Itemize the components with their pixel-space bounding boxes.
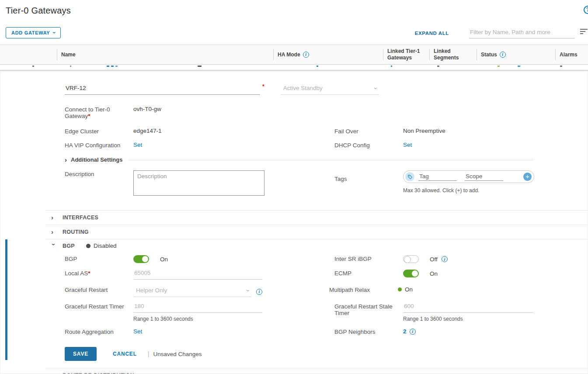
- row-fragment: [198, 66, 202, 67]
- bgp-status-badge: Disabled: [86, 242, 117, 249]
- inter-sr-label: Inter SR iBGP: [334, 255, 403, 262]
- bgp-section-active-bar: [5, 239, 7, 360]
- info-icon[interactable]: i: [410, 329, 416, 335]
- multipath-relax-label: Multipath Relax: [329, 286, 398, 293]
- name-row: * Active Standby ›: [0, 83, 588, 95]
- clipped-gateway-row: [0, 65, 588, 70]
- ha-vip-set-link[interactable]: Set: [133, 142, 142, 148]
- section-interfaces[interactable]: › INTERFACES: [46, 210, 588, 225]
- bgp-neighbors-label: BGP Neighbors: [334, 328, 403, 335]
- cancel-button[interactable]: CANCEL: [113, 351, 137, 357]
- separator: |: [148, 350, 150, 357]
- table-header: Name HA Mode i Linked Tier-1 Gateways Li…: [0, 45, 588, 65]
- tag-icon: [405, 172, 414, 181]
- gr-timer-row: Graceful Restart Timer Range 1 to 3600 s…: [0, 303, 588, 322]
- additional-settings-toggle[interactable]: › Additional Settings: [0, 156, 588, 163]
- divider: [129, 160, 533, 160]
- inter-sr-toggle[interactable]: [403, 255, 419, 263]
- info-icon[interactable]: i: [256, 289, 262, 295]
- toolbar: ADD GATEWAY › EXPAND ALL: [6, 27, 588, 38]
- filter-icon[interactable]: [580, 29, 588, 35]
- section-bgp[interactable]: › BGP Disabled: [46, 239, 588, 252]
- save-button[interactable]: SAVE: [65, 347, 97, 361]
- fail-over-value: Non Preemptive: [403, 128, 533, 134]
- tags-hint: Max 30 allowed. Click (+) to add.: [403, 187, 534, 194]
- local-as-input[interactable]: [133, 270, 262, 280]
- row-fragment: [317, 66, 318, 67]
- gr-timer-input[interactable]: [133, 303, 262, 313]
- add-gateway-label: ADD GATEWAY: [11, 30, 50, 35]
- filter-input[interactable]: [469, 28, 575, 38]
- bgp-toggle[interactable]: [133, 255, 149, 263]
- section-bgp-label: BGP: [63, 243, 75, 249]
- row-fragment: [437, 66, 439, 67]
- row-fragment: [115, 66, 118, 67]
- add-tag-button[interactable]: +: [523, 173, 532, 181]
- column-status[interactable]: Status i: [477, 45, 555, 64]
- row-fragment: [498, 66, 500, 67]
- edge-cluster-row: Edge Cluster edge147-1 Fail Over Non Pre…: [0, 128, 588, 135]
- bgp-state: On: [160, 256, 168, 263]
- route-aggregation-row: Route Aggregation Set BGP Neighbors 2 i: [0, 328, 588, 335]
- status-dot-green: [398, 287, 402, 291]
- tags-label: Tags: [334, 170, 403, 182]
- graceful-restart-row: Graceful Restart Helper Only › i Multipa…: [0, 286, 588, 297]
- row-fragment: [32, 66, 34, 67]
- info-icon[interactable]: i: [303, 52, 309, 58]
- row-fragment: [107, 66, 109, 67]
- local-as-label: Local AS*: [65, 270, 133, 277]
- row-fragment: [70, 66, 71, 67]
- route-aggregation-label: Route Aggregation: [65, 328, 133, 335]
- gr-stale-label: Graceful Restart Stale Timer: [334, 303, 403, 316]
- column-name[interactable]: Name: [57, 45, 273, 64]
- column-ha-mode[interactable]: HA Mode i: [273, 45, 383, 64]
- chevron-down-icon: ›: [51, 243, 56, 249]
- connect-value: ovh-T0-gw: [133, 106, 262, 112]
- row-fragment: [518, 66, 520, 67]
- gr-timer-label: Graceful Restart Timer: [65, 303, 133, 310]
- column-linked-tier1[interactable]: Linked Tier-1 Gateways: [383, 45, 429, 64]
- connect-row: Connect to Tier-0 Gateway* ovh-T0-gw: [0, 106, 588, 119]
- graceful-restart-select[interactable]: Helper Only ›: [133, 286, 251, 297]
- description-textarea[interactable]: [133, 170, 264, 196]
- chevron-right-icon: ›: [51, 229, 56, 235]
- edge-cluster-value: edge147-1: [133, 128, 262, 134]
- expand-all-link[interactable]: EXPAND ALL: [415, 31, 449, 36]
- row-fragment: [391, 66, 392, 67]
- chevron-down-icon: ›: [374, 87, 378, 89]
- ha-vip-row: HA VIP Configuration Set DHCP Config Set: [0, 142, 588, 149]
- info-icon[interactable]: i: [500, 52, 506, 58]
- ecmp-state: On: [430, 270, 438, 277]
- ha-mode-select[interactable]: Active Standby ›: [281, 84, 379, 95]
- tag-entry-pill: +: [403, 170, 534, 183]
- gr-stale-hint: Range 1 to 3600 seconds: [403, 316, 533, 322]
- column-alarms[interactable]: Alarms: [555, 45, 588, 64]
- connect-label: Connect to Tier-0 Gateway*: [65, 106, 133, 119]
- unsaved-changes-text: Unsaved Changes: [153, 351, 202, 357]
- gateway-name-input[interactable]: [65, 84, 260, 95]
- tag-input[interactable]: [418, 173, 457, 181]
- bgp-label: BGP: [65, 255, 133, 262]
- route-aggregation-set-link[interactable]: Set: [133, 328, 142, 335]
- bgp-neighbors-link[interactable]: 2: [403, 328, 407, 335]
- gr-timer-hint: Range 1 to 3600 seconds: [133, 316, 262, 322]
- gr-stale-input[interactable]: [403, 303, 533, 313]
- page-title: Tier-0 Gateways: [0, 0, 588, 16]
- ha-vip-label: HA VIP Configuration: [65, 142, 133, 149]
- local-as-row: Local AS* ECMP On: [0, 270, 588, 280]
- bgp-status-text: Disabled: [94, 242, 117, 249]
- required-asterisk: *: [262, 83, 264, 90]
- dhcp-set-link[interactable]: Set: [403, 142, 412, 148]
- fail-over-label: Fail Over: [334, 128, 403, 135]
- graceful-restart-value: Helper Only: [136, 287, 167, 294]
- status-dot-gray: [86, 244, 90, 248]
- info-icon[interactable]: i: [442, 256, 448, 262]
- ecmp-label: ECMP: [334, 270, 403, 277]
- ecmp-toggle[interactable]: [403, 270, 419, 277]
- gateway-edit-panel: * Active Standby › Connect to Tier-0 Gat…: [0, 70, 588, 374]
- add-gateway-button[interactable]: ADD GATEWAY ›: [6, 27, 61, 38]
- scope-input[interactable]: [465, 173, 503, 181]
- column-linked-segments[interactable]: Linked Segments: [429, 45, 477, 64]
- section-routing[interactable]: › ROUTING: [46, 225, 588, 239]
- section-route-redistribution[interactable]: › ROUTE RE-DISTRIBUTION: [46, 368, 588, 374]
